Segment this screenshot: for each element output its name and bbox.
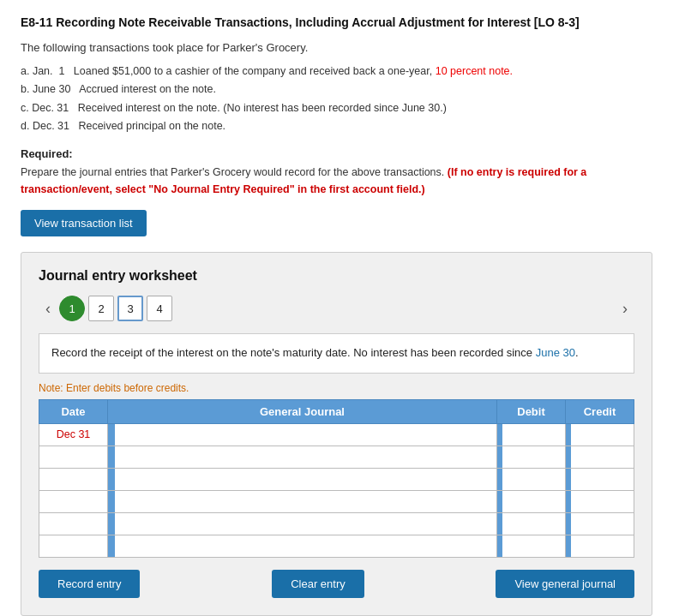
journal-table: Date General Journal Debit Credit Dec 31 [39, 399, 634, 558]
table-row [39, 512, 634, 535]
row5-credit-input[interactable] [566, 513, 634, 535]
required-label: Required: [21, 147, 652, 160]
nav-page-2-button[interactable]: 2 [88, 296, 114, 321]
row2-debit-input[interactable] [497, 446, 565, 468]
row3-debit-cell[interactable] [497, 468, 566, 490]
row5-general-journal-cell[interactable] [108, 512, 497, 535]
worksheet-nav: ‹ 1 2 3 4 › [39, 296, 634, 321]
nav-page-1-button[interactable]: 1 [59, 296, 85, 321]
row1-credit-cell[interactable] [566, 423, 634, 446]
row2-credit-cell[interactable] [566, 446, 634, 468]
record-entry-button[interactable]: Record entry [39, 570, 140, 598]
transaction-a-label: a. Jan. 1 [21, 65, 70, 77]
nav-next-button[interactable]: › [616, 301, 634, 316]
row4-credit-input[interactable] [566, 491, 634, 512]
row5-debit-input[interactable] [497, 513, 565, 535]
instruction-period: . [575, 346, 579, 359]
col-date-header: Date [39, 399, 108, 423]
row4-general-journal-cell[interactable] [108, 490, 497, 512]
row6-general-journal-input[interactable] [108, 535, 496, 557]
row4-general-journal-input[interactable] [108, 491, 496, 512]
transaction-b-text: Accrued interest on the note. [79, 83, 216, 95]
row4-credit-cell[interactable] [566, 490, 634, 512]
transaction-b-label: b. June 30 [21, 83, 76, 95]
table-row: Dec 31 [39, 423, 634, 446]
bottom-buttons: Record entry Clear entry View general jo… [39, 570, 634, 598]
row2-credit-input[interactable] [566, 446, 634, 468]
row6-credit-cell[interactable] [566, 535, 634, 557]
row4-debit-cell[interactable] [497, 490, 566, 512]
transaction-a-text: Loaned $51,000 to a cashier of the compa… [74, 65, 436, 77]
transaction-c-text: Received interest on the note. (No inter… [78, 102, 447, 114]
col-general-journal-header: General Journal [108, 399, 497, 423]
table-header-row: Date General Journal Debit Credit [39, 399, 634, 423]
transaction-b: b. June 30 Accrued interest on the note. [21, 81, 652, 99]
note-text: Note: Enter debits before credits. [39, 382, 634, 394]
row5-credit-cell[interactable] [566, 512, 634, 535]
transaction-c: c. Dec. 31 Received interest on the note… [21, 99, 652, 117]
table-row [39, 535, 634, 557]
row1-date: Dec 31 [39, 423, 108, 446]
row5-general-journal-input[interactable] [108, 513, 496, 535]
transaction-d-label: d. Dec. 31 [21, 120, 75, 132]
row6-general-journal-cell[interactable] [108, 535, 497, 557]
nav-prev-button[interactable]: ‹ [39, 301, 57, 316]
required-section: Required: Prepare the journal entries th… [21, 147, 652, 198]
row3-general-journal-input[interactable] [108, 469, 496, 490]
row6-debit-cell[interactable] [497, 535, 566, 557]
page-title: E8-11 Recording Note Receivable Transact… [21, 15, 652, 29]
col-credit-header: Credit [566, 399, 634, 423]
nav-page-3-button[interactable]: 3 [117, 296, 143, 321]
instruction-box: Record the receipt of the interest on th… [39, 333, 634, 374]
transaction-d-text: Received principal on the note. [78, 120, 225, 132]
row3-date [39, 468, 108, 490]
row6-debit-input[interactable] [497, 535, 565, 557]
row6-credit-input[interactable] [566, 535, 634, 557]
view-transaction-list-button[interactable]: View transaction list [21, 210, 147, 236]
row1-debit-input[interactable] [497, 424, 565, 446]
instruction-date: June 30 [536, 346, 575, 359]
row3-credit-cell[interactable] [566, 468, 634, 490]
row1-general-journal-cell[interactable] [108, 423, 497, 446]
col-debit-header: Debit [497, 399, 566, 423]
row2-general-journal-cell[interactable] [108, 446, 497, 468]
row1-general-journal-input[interactable] [108, 424, 496, 446]
nav-page-4-button[interactable]: 4 [147, 296, 172, 321]
transaction-c-label: c. Dec. 31 [21, 102, 75, 114]
transaction-d: d. Dec. 31 Received principal on the not… [21, 117, 652, 135]
view-general-journal-button[interactable]: View general journal [496, 570, 634, 598]
table-row [39, 468, 634, 490]
instruction-text: Record the receipt of the interest on th… [51, 346, 536, 359]
table-row [39, 490, 634, 512]
worksheet-title: Journal entry worksheet [39, 268, 634, 284]
row5-date [39, 512, 108, 535]
row3-general-journal-cell[interactable] [108, 468, 497, 490]
intro-text: The following transactions took place fo… [21, 41, 652, 54]
table-row [39, 446, 634, 468]
row3-debit-input[interactable] [497, 469, 565, 490]
row4-date [39, 490, 108, 512]
transaction-a-highlight: 10 percent note. [436, 65, 513, 77]
required-desc: Prepare the journal entries that Parker'… [21, 164, 652, 198]
row2-debit-cell[interactable] [497, 446, 566, 468]
row2-general-journal-input[interactable] [108, 446, 496, 468]
row5-debit-cell[interactable] [497, 512, 566, 535]
worksheet-container: Journal entry worksheet ‹ 1 2 3 4 › Reco… [21, 252, 652, 616]
row1-credit-input[interactable] [566, 424, 634, 446]
transactions-list: a. Jan. 1 Loaned $51,000 to a cashier of… [21, 63, 652, 135]
row4-debit-input[interactable] [497, 491, 565, 512]
transaction-a: a. Jan. 1 Loaned $51,000 to a cashier of… [21, 63, 652, 81]
clear-entry-button[interactable]: Clear entry [272, 570, 364, 598]
row1-debit-cell[interactable] [497, 423, 566, 446]
required-normal-text: Prepare the journal entries that Parker'… [21, 166, 444, 178]
row2-date [39, 446, 108, 468]
row6-date [39, 535, 108, 557]
row3-credit-input[interactable] [566, 469, 634, 490]
